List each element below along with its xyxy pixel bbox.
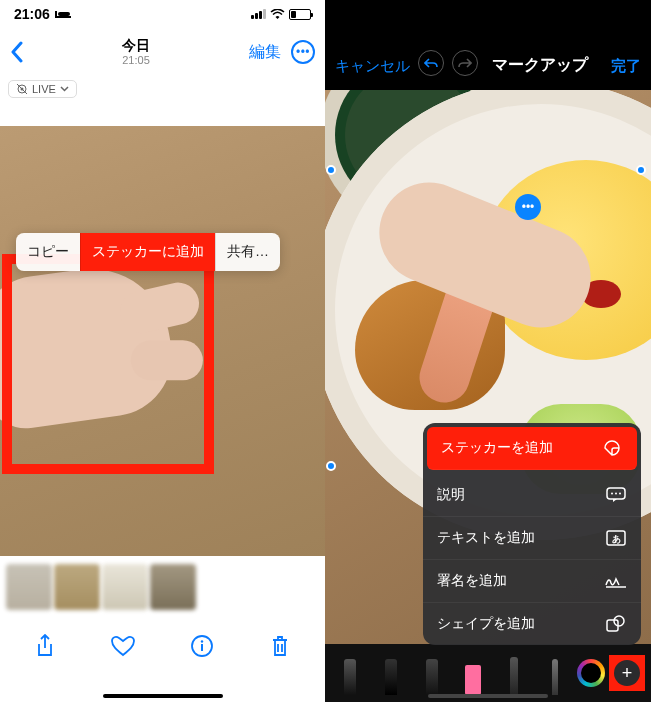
thumbnail-strip[interactable] bbox=[0, 556, 325, 614]
thumbnail[interactable] bbox=[102, 564, 148, 610]
status-bar: 21:06 bbox=[0, 0, 325, 28]
menu-add-sticker[interactable]: ステッカーに追加 bbox=[80, 233, 215, 271]
photos-detail-screen: 21:06 今日 21:05 編集 ••• LIVE コピー bbox=[0, 0, 325, 702]
delete-button[interactable] bbox=[267, 633, 293, 659]
shape-icon bbox=[605, 615, 627, 633]
live-badge[interactable]: LIVE bbox=[8, 80, 77, 98]
menu-label: 説明 bbox=[437, 486, 465, 504]
add-button[interactable]: + bbox=[614, 660, 640, 686]
favorite-button[interactable] bbox=[110, 633, 136, 659]
menu-label: ステッカーを追加 bbox=[441, 439, 553, 457]
svg-rect-1 bbox=[55, 11, 57, 17]
color-picker[interactable] bbox=[577, 659, 605, 687]
chevron-down-icon bbox=[60, 86, 69, 92]
thumbnail[interactable] bbox=[6, 564, 52, 610]
signal-icon bbox=[251, 9, 266, 19]
info-button[interactable] bbox=[189, 633, 215, 659]
thumbnail[interactable] bbox=[150, 564, 196, 610]
speech-icon bbox=[605, 486, 627, 504]
lasso-tool[interactable] bbox=[495, 651, 532, 695]
add-button-highlight: + bbox=[609, 655, 645, 691]
cancel-button[interactable]: キャンセル bbox=[335, 57, 410, 76]
svg-point-7 bbox=[200, 640, 202, 642]
menu-label: シェイプを追加 bbox=[437, 615, 535, 633]
selection-box[interactable] bbox=[331, 170, 641, 466]
redo-button[interactable] bbox=[452, 50, 478, 76]
home-indicator[interactable] bbox=[428, 694, 548, 698]
svg-point-10 bbox=[611, 493, 613, 495]
signature-icon bbox=[605, 572, 627, 590]
undo-button[interactable] bbox=[418, 50, 444, 76]
header-title-group[interactable]: 今日 21:05 bbox=[122, 38, 150, 65]
svg-point-16 bbox=[614, 616, 624, 626]
sticker-icon bbox=[601, 439, 623, 457]
svg-point-11 bbox=[615, 493, 617, 495]
text-icon: あ bbox=[605, 529, 627, 547]
done-button[interactable]: 完了 bbox=[611, 57, 641, 76]
pen-tool[interactable] bbox=[331, 651, 368, 695]
context-menu: コピー ステッカーに追加 共有… bbox=[16, 233, 280, 271]
header-title: 今日 bbox=[122, 38, 150, 53]
svg-rect-0 bbox=[55, 16, 71, 18]
menu-label: テキストを追加 bbox=[437, 529, 535, 547]
header-subtitle: 21:05 bbox=[122, 54, 150, 66]
markup-header: キャンセル マークアップ 完了 bbox=[325, 0, 651, 90]
menu-label: 署名を追加 bbox=[437, 572, 507, 590]
svg-rect-8 bbox=[201, 644, 203, 651]
add-menu: ステッカーを追加 説明 テキストを追加 あ 署名を追加 シェイプを追加 bbox=[423, 423, 641, 645]
menu-share[interactable]: 共有… bbox=[215, 233, 280, 271]
selection-more-button[interactable]: ••• bbox=[515, 194, 541, 220]
live-label: LIVE bbox=[32, 83, 56, 95]
eraser-tool[interactable] bbox=[454, 651, 491, 695]
live-off-icon bbox=[16, 83, 28, 95]
back-button[interactable] bbox=[10, 41, 23, 63]
markup-editor-screen: キャンセル マークアップ 完了 ••• ステッカーを追加 説明 テキスト bbox=[325, 0, 651, 702]
marker-tool[interactable] bbox=[372, 651, 409, 695]
ruler-tool[interactable] bbox=[536, 651, 573, 695]
more-button[interactable]: ••• bbox=[291, 40, 315, 64]
svg-text:あ: あ bbox=[612, 534, 621, 544]
photo-preview[interactable]: コピー ステッカーに追加 共有… bbox=[0, 126, 325, 556]
resize-handle[interactable] bbox=[636, 165, 646, 175]
resize-handle[interactable] bbox=[326, 461, 336, 471]
edit-button[interactable]: 編集 bbox=[249, 42, 281, 63]
home-indicator[interactable] bbox=[103, 694, 223, 698]
selection-highlight bbox=[2, 254, 214, 474]
photos-header: 今日 21:05 編集 ••• bbox=[0, 28, 325, 76]
battery-icon bbox=[289, 9, 311, 20]
status-time: 21:06 bbox=[14, 6, 50, 22]
share-button[interactable] bbox=[32, 633, 58, 659]
menu-add-signature[interactable]: 署名を追加 bbox=[423, 560, 641, 603]
thumbnail[interactable] bbox=[54, 564, 100, 610]
menu-add-sticker[interactable]: ステッカーを追加 bbox=[427, 427, 637, 470]
menu-add-text[interactable]: テキストを追加 あ bbox=[423, 517, 641, 560]
menu-description[interactable]: 説明 bbox=[423, 474, 641, 517]
resize-handle[interactable] bbox=[326, 165, 336, 175]
svg-rect-2 bbox=[58, 12, 70, 16]
markup-title: マークアップ bbox=[492, 55, 588, 76]
wifi-icon bbox=[270, 9, 285, 20]
pencil-tool[interactable] bbox=[413, 651, 450, 695]
menu-add-shape[interactable]: シェイプを追加 bbox=[423, 603, 641, 645]
bed-icon bbox=[55, 9, 71, 19]
bottom-toolbar bbox=[0, 614, 325, 684]
menu-copy[interactable]: コピー bbox=[16, 233, 80, 271]
svg-point-12 bbox=[619, 493, 621, 495]
